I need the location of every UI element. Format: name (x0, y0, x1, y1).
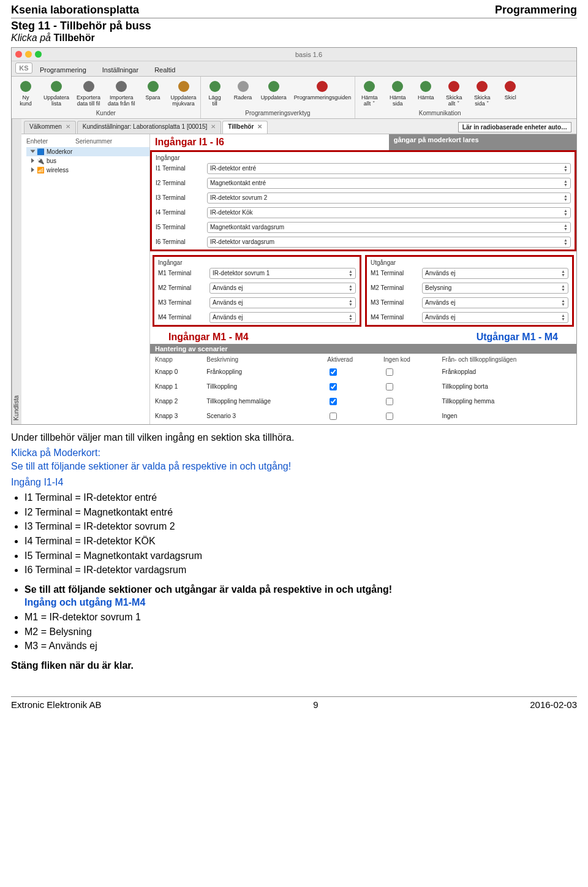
subhead-ingang-i: Ingång I1-I4 (11, 476, 577, 489)
close-icon[interactable]: ✕ (211, 123, 216, 130)
checkbox-aktiverad[interactable] (330, 383, 337, 390)
person-plus-icon (18, 79, 33, 94)
menu-programmering[interactable]: Programmering (36, 64, 90, 76)
svg-point-5 (178, 81, 189, 92)
svg-point-10 (364, 81, 375, 92)
ribbon-btn-down[interactable]: Hämtaallt ˅ (355, 77, 383, 108)
terminal-select[interactable]: Används ej▲▼ (422, 297, 568, 308)
menu-realtid[interactable]: Realtid (151, 64, 179, 76)
terminal-select[interactable]: IR-detektor entré▲▼ (207, 163, 571, 174)
tab-tillbehor[interactable]: Tillbehör✕ (222, 121, 268, 134)
ribbon-group-kunder: Kunder (12, 108, 200, 118)
ribbon-btn-down2[interactable]: Hämtasida (383, 77, 412, 108)
section-header-moderkort: gångar på moderkort lares (389, 134, 576, 150)
terminal-label: M4 Terminal (158, 314, 206, 321)
terminal-select[interactable]: Används ej▲▼ (209, 297, 356, 308)
tree-node-bus[interactable]: 🔌 bus (26, 156, 149, 166)
checkbox-ingenkod[interactable] (386, 413, 393, 420)
stepper-icon: ▲▼ (349, 314, 353, 321)
ribbon-btn-disk[interactable]: Spara (139, 77, 167, 108)
ribbon-btn-up3[interactable]: Skicl (496, 77, 524, 108)
checkbox-aktiverad[interactable] (330, 398, 337, 405)
footer-page: 9 (313, 699, 318, 710)
checkbox-aktiverad[interactable] (330, 368, 337, 376)
ribbon-btn-down3[interactable]: Hämta (412, 77, 440, 108)
terminal-select[interactable]: Används ej▲▼ (422, 268, 568, 279)
svg-point-6 (209, 81, 221, 92)
minimize-icon[interactable] (25, 51, 32, 58)
svg-point-8 (268, 81, 279, 92)
checkbox-ingenkod[interactable] (386, 398, 393, 405)
table-row: Knapp 3Scenario 3Ingen (151, 409, 575, 423)
terminal-select[interactable]: IR-detektor Kök▲▼ (207, 207, 571, 218)
terminal-row: M3 TerminalAnvänds ej▲▼ (154, 295, 360, 310)
ribbon-btn-person-plus[interactable]: Nykund (12, 77, 40, 108)
side-tab-kundlista[interactable]: Kundlista (12, 119, 21, 424)
ribbon-btn-import[interactable]: Importeradata från fil (104, 77, 139, 108)
chevron-right-icon (31, 158, 34, 163)
terminal-label: I1 Terminal (156, 165, 203, 172)
checkbox-aktiverad[interactable] (330, 413, 337, 420)
terminal-select[interactable]: Används ej▲▼ (209, 312, 356, 323)
table-col: Knapp (151, 355, 202, 364)
ribbon-btn-label: Hämta (418, 95, 434, 101)
terminal-select[interactable]: IR-detektor sovrum 2▲▼ (207, 192, 571, 204)
tab-kundinstallningar[interactable]: Kundinställningar: Laborationsplatta 1 [… (77, 121, 221, 134)
terminal-label: M3 Terminal (158, 299, 206, 306)
table-col: Beskrivning (203, 355, 322, 364)
terminal-select[interactable]: IR-detektor vardagsrum▲▼ (207, 237, 571, 248)
ribbon-btn-label: Hämtasida (390, 95, 406, 107)
window-titlebar: basis 1.6 (12, 48, 576, 61)
chevron-right-icon (31, 167, 34, 172)
callout-ingangar-i1-i6: Ingångar I1 - I6 (155, 137, 224, 147)
svg-point-1 (51, 81, 62, 92)
ribbon-btn-refresh2[interactable]: Uppdatera (257, 77, 290, 108)
menu-installningar[interactable]: Inställningar (99, 64, 142, 76)
close-icon[interactable]: ✕ (257, 123, 262, 130)
learn-radio-button[interactable]: Lär in radiobaserade enheter auto… (458, 122, 571, 132)
terminal-row: M1 TerminalIR-detektor sovrum 1▲▼ (154, 266, 360, 281)
ribbon-btn-label: Läggtill (209, 95, 221, 107)
svg-point-7 (238, 81, 249, 92)
terminal-select[interactable]: Används ej▲▼ (422, 312, 568, 323)
terminal-row: I1 TerminalIR-detektor entré▲▼ (152, 161, 575, 176)
checkbox-ingenkod[interactable] (386, 383, 393, 390)
terminal-select[interactable]: Belysning▲▼ (422, 283, 568, 294)
stepper-icon: ▲▼ (561, 299, 565, 306)
terminal-select[interactable]: Magnetkontakt vardagsrum▲▼ (207, 222, 571, 233)
terminal-label: I4 Terminal (156, 209, 203, 216)
svg-point-12 (420, 81, 431, 92)
ribbon-btn-wand[interactable]: Programmeringsguiden (290, 77, 355, 108)
zoom-icon[interactable] (35, 51, 42, 58)
tree-node-moderkort[interactable]: 🟦 Moderkor (26, 147, 149, 156)
ribbon-btn-export[interactable]: Exporteradata till fil (73, 77, 104, 108)
terminal-select[interactable]: Magnetkontakt entré▲▼ (207, 178, 571, 189)
down-icon (362, 79, 377, 94)
stepper-icon: ▲▼ (349, 270, 353, 277)
ribbon-btn-up2[interactable]: Skickasida ˅ (468, 77, 496, 108)
ribbon-btn-label: Skickasida ˅ (474, 95, 491, 107)
close-icon[interactable] (15, 51, 22, 58)
ribbon-group-kommunikation: Kommunikation (355, 108, 524, 118)
terminal-row: I6 TerminalIR-detektor vardagsrum▲▼ (152, 235, 575, 249)
table-col: Från- och tillkopplingslägen (438, 355, 575, 364)
tree-node-wireless[interactable]: 📶 wireless (26, 166, 149, 175)
terminal-select[interactable]: Används ej▲▼ (209, 283, 356, 294)
app-logo: KS (15, 63, 32, 74)
ribbon-btn-up[interactable]: Skickaallt ˅ (440, 77, 468, 108)
terminal-select[interactable]: IR-detektor sovrum 1▲▼ (209, 268, 356, 279)
ribbon-btn-gear[interactable]: Uppdateramjukvara (167, 77, 200, 108)
label-ingangar: Ingångar (152, 152, 575, 161)
tab-valkommen[interactable]: Välkommen✕ (24, 121, 76, 134)
stepper-icon: ▲▼ (561, 314, 565, 321)
checkbox-ingenkod[interactable] (386, 368, 393, 376)
list-item: M2 = Belysning (24, 625, 577, 639)
close-icon[interactable]: ✕ (66, 123, 70, 130)
ribbon-btn-plus[interactable]: Läggtill (201, 77, 229, 108)
ribbon-btn-trash[interactable]: Radera (229, 77, 257, 108)
scenario-table: KnappBeskrivningAktiveradIngen kodFrån- … (150, 354, 576, 424)
gear-icon (176, 79, 191, 94)
ribbon-btn-refresh[interactable]: Uppdateralista (40, 77, 73, 108)
down3-icon (418, 79, 433, 94)
stepper-icon: ▲▼ (561, 284, 565, 292)
